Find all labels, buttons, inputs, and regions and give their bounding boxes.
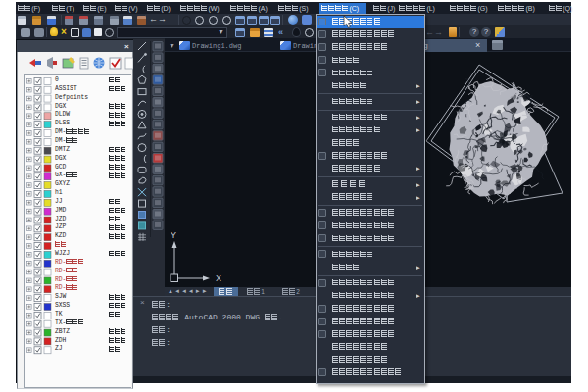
svg-text:Y: Y <box>171 230 176 240</box>
svg-text:X: X <box>216 273 221 283</box>
